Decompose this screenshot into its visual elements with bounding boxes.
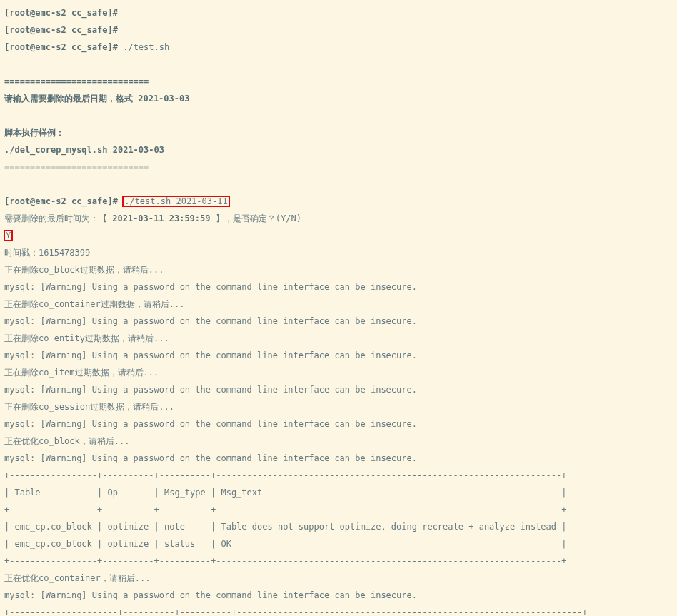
usage-text: ./del_corep_mysql.sh 2021-03-03 [4,146,673,154]
mysql-warning: mysql: [Warning] Using a password on the… [4,283,673,291]
mysql-warning: mysql: [Warning] Using a password on the… [4,351,673,360]
mysql-warning: mysql: [Warning] Using a password on the… [4,454,673,463]
confirm-msg-prefix: 需要删除的最后时间为：【 [4,213,112,223]
progress-text: 正在优化co_container，请稍后... [4,574,673,582]
table-row: | emc_cp.co_block | optimize | status | … [4,540,673,548]
confirm-input: Y [6,231,11,241]
terminal[interactable]: [root@emc-s2 cc_safe]# [root@emc-s2 cc_s… [0,0,677,616]
prompt: [root@emc-s2 cc_safe]# [4,25,118,35]
table-header: | Table | Op | Msg_type | Msg_text | [4,488,673,497]
mysql-warning: mysql: [Warning] Using a password on the… [4,317,673,325]
timestamp: 时间戳：1615478399 [4,248,673,257]
confirm-time: 2021-03-11 23:59:59 [112,213,210,223]
progress-text: 正在优化co_block，请稍后... [4,437,673,445]
prompt: [root@emc-s2 cc_safe]# [4,42,118,52]
table-sep: +---------------------+----------+------… [4,608,673,616]
highlighted-cmd: ./test.sh 2021-03-11 [122,196,230,207]
mysql-warning: mysql: [Warning] Using a password on the… [4,385,673,394]
mysql-warning: mysql: [Warning] Using a password on the… [4,591,673,600]
usage-text: 请输入需要删除的最后日期，格式 2021-03-03 [4,94,673,103]
prompt: [root@emc-s2 cc_safe]# [4,8,118,18]
confirm-msg-suffix: 】，是否确定？(Y/N) [211,213,301,223]
mysql-warning: mysql: [Warning] Using a password on the… [4,420,673,428]
table-sep: +-----------------+----------+----------… [4,505,673,514]
prompt: [root@emc-s2 cc_safe]# [4,196,118,206]
table-sep: +-----------------+----------+----------… [4,557,673,565]
progress-text: 正在删除co_block过期数据，请稍后... [4,266,673,274]
cmd-test-sh: ./test.sh [123,42,169,52]
divider: ============================ [4,163,673,171]
table-row: | emc_cp.co_block | optimize | note | Ta… [4,522,673,531]
table-sep: +-----------------+----------+----------… [4,471,673,480]
progress-text: 正在删除co_container过期数据，请稍后... [4,300,673,308]
highlighted-confirm: Y [4,230,13,241]
progress-text: 正在删除co_entity过期数据，请稍后... [4,334,673,343]
usage-text: 脚本执行样例： [4,128,673,137]
divider: ============================ [4,77,673,86]
progress-text: 正在删除co_session过期数据，请稍后... [4,403,673,411]
cmd-test-sh-date: ./test.sh 2021-03-11 [124,196,228,206]
progress-text: 正在删除co_item过期数据，请稍后... [4,368,673,377]
